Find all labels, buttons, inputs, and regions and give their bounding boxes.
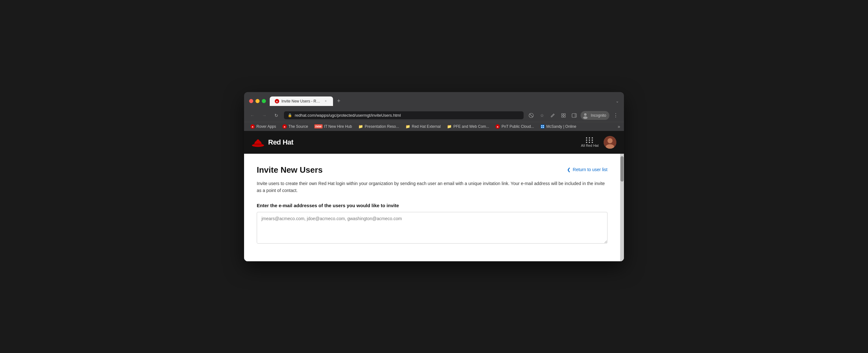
bookmark-pnt-cloud[interactable]: R PnT Public Cloud... [493, 123, 536, 130]
pen-icon[interactable] [548, 111, 557, 120]
expand-tabs-icon: ⌄ [616, 99, 619, 103]
folder-icon: 📁 [447, 124, 452, 129]
tab-close-button[interactable]: × [323, 99, 328, 103]
svg-line-3 [530, 114, 533, 117]
browser-window: R Invite New Users - Red Hat Cu × + ⌄ ← … [244, 92, 624, 261]
more-options-button[interactable]: ⋮ [611, 111, 620, 120]
nav-right: All Red Hat [581, 136, 616, 149]
return-chevron-icon: ❮ [567, 167, 571, 172]
svg-rect-21 [543, 125, 544, 126]
reload-button[interactable]: ↻ [272, 111, 281, 120]
forward-button[interactable]: → [260, 111, 269, 120]
svg-text:R: R [284, 126, 285, 128]
email-section-label: Enter the e-mail addresses of the users … [257, 203, 608, 208]
user-avatar[interactable] [604, 136, 616, 149]
bookmark-mcsandy[interactable]: McSandy | Online [538, 123, 579, 130]
minimize-window-button[interactable] [255, 99, 259, 103]
user-avatar-image [604, 136, 616, 149]
tab-title: Invite New Users - Red Hat Cu [281, 99, 321, 103]
bookmark-the-source[interactable]: R The Source [280, 123, 311, 130]
camera-off-icon[interactable] [527, 111, 536, 120]
svg-text:R: R [252, 126, 253, 128]
scrollbar[interactable] [620, 154, 624, 261]
new-tab-button[interactable]: + [334, 97, 343, 106]
invite-header: Invite New Users ❮ Return to user list [257, 165, 608, 175]
svg-rect-8 [572, 114, 577, 117]
all-red-hat-button[interactable]: All Red Hat [581, 137, 599, 148]
tab-bar: R Invite New Users - Red Hat Cu × + ⌄ [270, 96, 619, 106]
bookmarks-bar: R Rover Apps R The Source new IT New Hir… [244, 122, 624, 131]
bookmark-red-hat-external[interactable]: 📁 Red Hat External [403, 123, 443, 130]
profile-button[interactable]: Incognito [581, 111, 609, 120]
svg-point-11 [584, 113, 587, 116]
scrollbar-thumb[interactable] [620, 156, 624, 182]
url-text: redhat.com/wapps/ugc/protected/usermgt/i… [295, 113, 401, 118]
page-content: Red Hat All Red Hat [244, 131, 624, 261]
maximize-window-button[interactable] [262, 99, 266, 103]
main-content: Invite New Users ❮ Return to user list I… [244, 154, 620, 261]
folder-icon: 📁 [405, 124, 410, 129]
email-addresses-input[interactable] [257, 212, 608, 244]
svg-rect-23 [543, 127, 544, 128]
bookmarks-more-button[interactable]: » [618, 124, 620, 129]
toolbar-icons: ☆ [527, 111, 620, 120]
tab-favicon: R [275, 99, 279, 103]
folder-icon: 📁 [358, 124, 363, 129]
profile-avatar-icon [582, 112, 589, 119]
bookmark-pfe-web[interactable]: 📁 PFE and Web Com... [444, 123, 492, 130]
svg-rect-19 [541, 125, 545, 128]
sidebar-icon[interactable] [570, 111, 579, 120]
invite-description: Invite users to create their own Red Hat… [257, 180, 605, 194]
return-to-user-list-link[interactable]: ❮ Return to user list [567, 165, 608, 172]
page-title: Invite New Users [257, 165, 322, 175]
profile-label: Incognito [591, 113, 606, 118]
close-window-button[interactable] [249, 99, 253, 103]
apps-grid-icon [586, 137, 593, 143]
redhat-navbar: Red Hat All Red Hat [244, 131, 624, 154]
svg-text:R: R [497, 126, 499, 128]
back-button[interactable]: ← [248, 111, 257, 120]
svg-rect-6 [562, 116, 563, 117]
address-bar-row: ← → ↻ 🔒 redhat.com/wapps/ugc/protected/u… [244, 109, 624, 122]
active-tab[interactable]: R Invite New Users - Red Hat Cu × [270, 96, 333, 106]
extensions-icon[interactable] [559, 111, 568, 120]
lock-icon: 🔒 [288, 113, 292, 117]
all-red-hat-label: All Red Hat [581, 143, 599, 148]
svg-point-27 [608, 138, 613, 143]
svg-text:R: R [276, 100, 278, 103]
address-bar[interactable]: 🔒 redhat.com/wapps/ugc/protected/usermgt… [284, 111, 524, 119]
svg-point-12 [583, 117, 588, 119]
star-icon[interactable]: ☆ [537, 111, 547, 120]
svg-rect-4 [562, 114, 563, 115]
traffic-lights [249, 99, 266, 103]
svg-point-25 [254, 143, 263, 145]
svg-rect-7 [564, 116, 565, 117]
svg-rect-22 [541, 127, 542, 128]
bookmark-it-new-hire[interactable]: new IT New Hire Hub [312, 123, 354, 130]
title-bar: R Invite New Users - Red Hat Cu × + ⌄ [244, 92, 624, 109]
bookmark-presentation[interactable]: 📁 Presentation Reso... [356, 123, 402, 130]
redhat-logo[interactable]: Red Hat [252, 137, 293, 148]
bookmark-rover-apps[interactable]: R Rover Apps [248, 123, 279, 130]
redhat-logo-text: Red Hat [268, 138, 293, 147]
content-with-scrollbar: Invite New Users ❮ Return to user list I… [244, 154, 624, 261]
svg-rect-20 [541, 125, 542, 126]
return-link-text: Return to user list [572, 167, 608, 172]
svg-rect-5 [564, 114, 565, 115]
